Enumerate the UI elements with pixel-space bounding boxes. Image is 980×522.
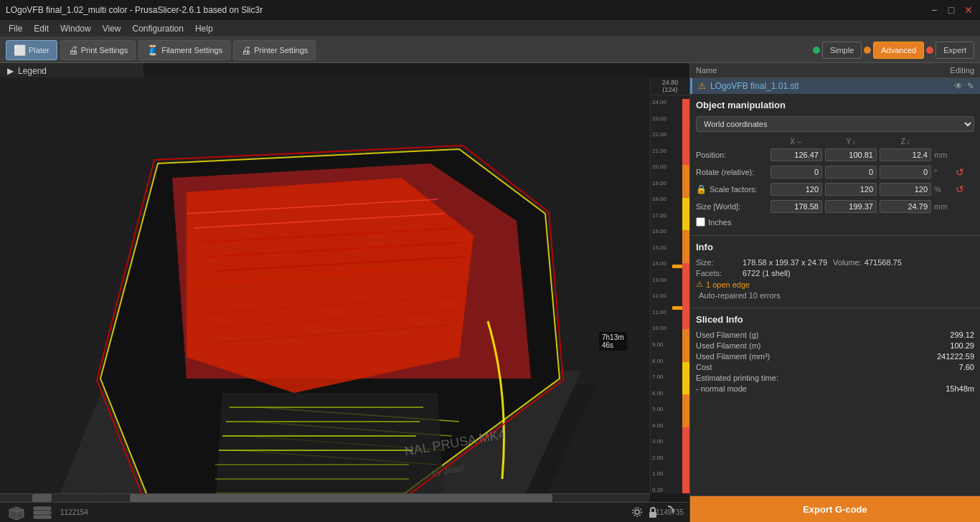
view-layers[interactable] (32, 504, 53, 521)
edit-icon[interactable]: ✎ (967, 81, 974, 91)
print-time-label: Estimated printing time: (696, 374, 778, 382)
layer-marker-2[interactable] (672, 306, 682, 310)
volume-value: 471568.75 (864, 258, 902, 267)
cost-row: Cost 7.60 (696, 363, 974, 371)
rotate-z-input[interactable] (880, 166, 931, 179)
plater-label: Plater (29, 46, 50, 54)
advanced-mode-button[interactable]: Advanced (873, 42, 924, 59)
layer-marker-1[interactable] (672, 265, 682, 268)
menu-view[interactable]: View (97, 22, 127, 35)
object-warning-icon: ⚠ (698, 81, 706, 91)
cost-value: 7.60 (959, 363, 974, 371)
menu-configuration[interactable]: Configuration (127, 22, 189, 35)
window-title: LOgoVFB final_1.02_multi color - PrusaSl… (6, 5, 263, 15)
filament-g-row: Used Filament (g) 299.12 (696, 331, 974, 339)
gradient-bar (682, 99, 689, 493)
rotate-row: Rotate (relative): ° ↺ (696, 166, 974, 179)
coord-system-dropdown[interactable]: World coordinates (696, 116, 974, 132)
position-row: Position: mm (696, 148, 974, 161)
filament-settings-button[interactable]: 🧵 Filament Settings (138, 40, 230, 60)
viewport-bottom-bar: 1122154 1149735 (0, 502, 689, 522)
rotate-unit: ° (934, 168, 951, 176)
position-y-input[interactable] (825, 148, 877, 161)
coord-x-display: 1122154 (60, 508, 88, 516)
lock-icon[interactable] (646, 506, 659, 521)
menubar: File Edit Window View Configuration Help (0, 20, 980, 37)
object-list-header: Name Editing (690, 63, 980, 78)
filament-g-value: 299.12 (950, 331, 974, 339)
print-settings-button[interactable]: 🖨 Print Settings (60, 40, 136, 60)
printer-settings-label: Printer Settings (254, 46, 308, 54)
manipulation-title: Object manipulation (696, 100, 974, 110)
position-x-input[interactable] (771, 148, 822, 161)
size-x-input[interactable] (771, 200, 822, 213)
simple-mode-label: Simple (830, 46, 854, 54)
print-time-row: - normal mode 15h48m (696, 384, 974, 393)
size-y-input[interactable] (825, 200, 877, 213)
time-annotation: 7h13m46s (599, 332, 627, 351)
rotate-icon[interactable] (661, 504, 675, 521)
filament-g-label: Used Filament (g) (696, 331, 758, 339)
scale-y-input[interactable] (825, 183, 877, 196)
size-label: Size [World]: (696, 202, 768, 211)
horizontal-scrollbar[interactable] (0, 493, 650, 502)
menu-edit[interactable]: Edit (28, 22, 55, 35)
warning-icon: ⚠ (696, 280, 703, 289)
expert-mode-button[interactable]: Expert (936, 42, 974, 59)
position-z-input[interactable] (880, 148, 931, 161)
size-unit: mm (934, 202, 951, 211)
rotate-x-input[interactable] (771, 166, 822, 179)
simple-mode-button[interactable]: Simple (822, 42, 862, 59)
sliced-title: Sliced Info (696, 314, 974, 325)
legend-bar[interactable]: ▶ Legend (0, 63, 143, 79)
svg-point-45 (633, 508, 641, 516)
scale-x-input[interactable] (771, 183, 822, 196)
legend-label: Legend (18, 66, 47, 76)
size-z-input[interactable] (880, 200, 931, 213)
inches-label: Inches (708, 218, 731, 227)
viewport[interactable]: ▶ Legend (0, 63, 689, 522)
window-controls: − □ ✕ (928, 4, 974, 16)
svg-rect-40 (34, 511, 51, 514)
z-header: Z ↕ (880, 138, 931, 146)
top-layer-value: 24.80 (652, 79, 688, 86)
name-col-header: Name (696, 66, 717, 75)
toolbar: ⬜ Plater 🖨 Print Settings 🧵 Filament Set… (0, 37, 980, 63)
filament-mm3-row: Used Filament (mm³) 241222.59 (696, 352, 974, 361)
main-layout: ▶ Legend (0, 63, 980, 522)
plater-button[interactable]: ⬜ Plater (6, 40, 57, 60)
svg-marker-9 (187, 178, 473, 393)
print-settings-label: Print Settings (81, 46, 128, 54)
scale-reset-button[interactable]: ↺ (956, 184, 964, 195)
print-time-mode: - normal mode (696, 384, 747, 393)
settings-cog-icon[interactable] (631, 506, 644, 521)
inches-row: Inches (696, 217, 974, 227)
legend-arrow-icon: ▶ (7, 66, 14, 76)
filament-mm3-label: Used Filament (mm³) (696, 352, 770, 361)
repair-row: Auto-repaired 10 errors (696, 291, 974, 300)
svg-rect-39 (34, 507, 51, 510)
view-cube-3d[interactable] (6, 504, 27, 521)
menu-help[interactable]: Help (189, 22, 219, 35)
size-row: Size [World]: mm (696, 200, 974, 213)
rotate-reset-button[interactable]: ↺ (956, 166, 964, 178)
eye-icon[interactable]: 👁 (954, 81, 963, 91)
export-gcode-button[interactable]: Export G-code (690, 496, 980, 522)
inches-checkbox[interactable] (696, 217, 705, 227)
menu-file[interactable]: File (3, 22, 28, 35)
maximize-button[interactable]: □ (946, 4, 957, 16)
plater-icon: ⬜ (14, 44, 26, 56)
y-header: Y ↕ (825, 138, 877, 146)
volume-label: Volume: (833, 258, 862, 267)
close-button[interactable]: ✕ (963, 4, 974, 16)
scale-z-input[interactable] (880, 183, 931, 196)
rotate-y-input[interactable] (825, 166, 877, 179)
menu-window[interactable]: Window (55, 22, 97, 35)
position-label: Position: (696, 151, 768, 159)
minimize-button[interactable]: − (928, 4, 940, 16)
scale-lock-icon[interactable]: 🔒 (696, 184, 707, 194)
info-size-row: Size: 178.58 x 199.37 x 24.79 Volume: 47… (696, 258, 974, 267)
svg-rect-41 (34, 516, 51, 518)
printer-settings-button[interactable]: 🖨 Printer Settings (233, 40, 316, 60)
object-row[interactable]: ⚠ LOgoVFB final_1.01.stl 👁 ✎ (690, 78, 980, 94)
